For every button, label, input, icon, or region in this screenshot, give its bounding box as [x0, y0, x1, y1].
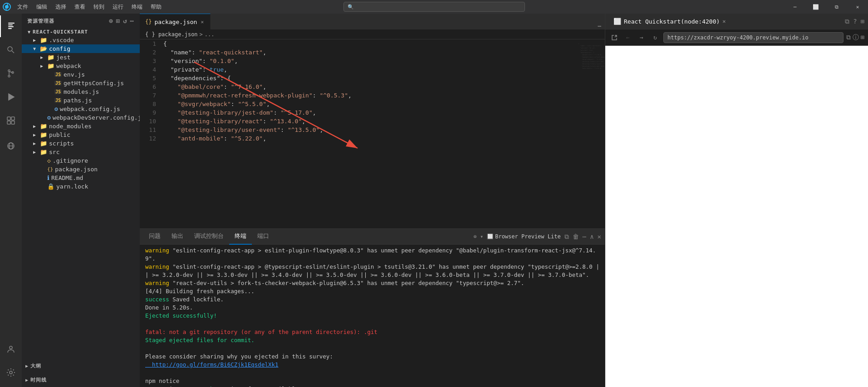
tree-item-modulesjs[interactable]: JS modules.js	[22, 87, 140, 96]
tab-icon-json: {}	[145, 19, 152, 25]
close-button[interactable]: ✕	[847, 0, 868, 14]
panel-tab-ports[interactable]: 端口	[252, 229, 275, 245]
new-file-button[interactable]: ⊕	[109, 17, 113, 24]
svg-marker-13	[9, 94, 14, 100]
browser-grid-button[interactable]: ⊞	[861, 18, 864, 25]
panel-maximize-button[interactable]: ∧	[590, 233, 593, 240]
menu-file[interactable]: 文件	[14, 2, 32, 12]
tree-item-vscode[interactable]: ▶ 📁 .vscode	[22, 36, 140, 44]
menu-view[interactable]: 查看	[71, 2, 89, 12]
tree-item-webpackconfigjs[interactable]: ⚙ webpack.config.js	[22, 105, 140, 113]
tree-item-public[interactable]: ▶ 📁 public	[22, 131, 140, 139]
activity-search[interactable]	[0, 39, 22, 61]
code-line-11: "@testing-library/user-event": "^13.5.0"…	[163, 126, 578, 134]
browser-preview-panel: ⬜ React Quickstart(node:4200) ✕ ⧉ ? ⊞ ← …	[605, 14, 868, 387]
breadcrumb-file: { } package.json	[145, 31, 198, 38]
activity-explorer[interactable]	[0, 15, 22, 37]
code-line-4: "private": true,	[163, 65, 578, 74]
browser-url-bar[interactable]: https://zxacdr-wzryoy-4200.preview.myide…	[663, 32, 843, 43]
tab-package-json[interactable]: {} package.json ✕	[140, 14, 211, 29]
tree-item-scripts[interactable]: ▶ 📁 scripts	[22, 139, 140, 148]
activity-source-control[interactable]	[0, 63, 22, 84]
browser-tab-icon: ⬜	[613, 18, 621, 25]
panel-tab-debug[interactable]: 调试控制台	[189, 229, 229, 245]
title-search-input[interactable]: react-quickstart	[357, 4, 521, 10]
maximize-button[interactable]: ⬜	[805, 0, 826, 14]
tree-item-yarnlock[interactable]: 🔒 yarn.lock	[22, 182, 140, 191]
activity-remote[interactable]	[0, 135, 22, 157]
code-lines[interactable]: { "name": "react-quickstart", "version":…	[162, 39, 578, 228]
refresh-button[interactable]: ↺	[123, 17, 127, 24]
tree-item-pathsjs[interactable]: JS paths.js	[22, 96, 140, 105]
editor-panel-column: {} package.json ✕ ⋯ { } package.json > .…	[140, 14, 605, 387]
panel-trash-button[interactable]: 🗑	[573, 233, 579, 240]
activity-settings[interactable]	[0, 362, 22, 383]
activity-bar	[0, 14, 22, 387]
browser-back[interactable]: ←	[623, 32, 633, 43]
menu-goto[interactable]: 转到	[90, 2, 108, 12]
browser-help-button[interactable]: ?	[853, 18, 857, 25]
browser-info[interactable]: ⓘ	[853, 34, 859, 42]
code-line-2: "name": "react-quickstart",	[163, 48, 578, 57]
split-button[interactable]: ⧉	[826, 0, 847, 14]
panel-tab-problems[interactable]: 问题	[143, 229, 166, 245]
new-folder-button[interactable]: ⊞	[116, 17, 120, 24]
panel-add-terminal[interactable]: ⊕ ▾	[474, 233, 484, 240]
browser-toolbar: ← → ↻ https://zxacdr-wzryoy-4200.preview…	[605, 29, 868, 46]
browser-split-view[interactable]: ⧉	[846, 34, 851, 42]
tab-label: package.json	[154, 19, 197, 25]
panel-split-button[interactable]: ⧉	[564, 233, 569, 241]
browser-split-button[interactable]: ⧉	[845, 18, 849, 25]
tree-item-config[interactable]: ▼ 📂 config	[22, 44, 140, 53]
sidebar-header: 资源管理器 ⊕ ⊞ ↺ ⋯	[22, 14, 140, 28]
terminal-line-fatal: fatal: not a git repository (or any of t…	[145, 328, 599, 336]
activity-extensions[interactable]	[0, 110, 22, 131]
menu-terminal[interactable]: 终端	[128, 2, 146, 12]
tree-item-webpack[interactable]: ▶ 📁 webpack	[22, 62, 140, 70]
browser-tab-close[interactable]: ✕	[722, 18, 726, 24]
tree-item-getHttpsConfigjs[interactable]: JS getHttpsConfig.js	[22, 79, 140, 87]
minimize-button[interactable]: ─	[785, 0, 805, 14]
panel-tab-terminal[interactable]: 终端	[229, 229, 252, 245]
panel-close-button[interactable]: ✕	[598, 233, 601, 240]
tree-item-jest[interactable]: ▶ 📁 jest	[22, 53, 140, 62]
tree-item-webpackDevServerconfigjs[interactable]: ⚙ webpackDevServer.config.js	[22, 113, 140, 122]
browser-tab-bar: ⬜ React Quickstart(node:4200) ✕ ⧉ ? ⊞	[605, 14, 868, 29]
svg-rect-16	[7, 121, 10, 124]
panel-tab-output[interactable]: 输出	[166, 229, 189, 245]
browser-grid[interactable]: ⊞	[861, 34, 864, 42]
browser-forward[interactable]: →	[636, 32, 647, 43]
menu-select[interactable]: 选择	[52, 2, 70, 12]
timeline-header[interactable]: ▶ 时间线	[22, 375, 140, 385]
code-line-12: "antd-mobile": "^5.22.0",	[163, 134, 578, 143]
tree-item-readmemd[interactable]: ℹ README.md	[22, 174, 140, 182]
terminal-line-link[interactable]: http://goo.gl/forms/Bi6CZjk1EqsdelXk1	[145, 361, 599, 369]
menu-bar: 文件 编辑 选择 查看 转到 运行 终端 帮助	[14, 2, 165, 12]
svg-point-9	[8, 75, 10, 77]
panel-more-button[interactable]: ⋯	[583, 233, 586, 240]
tree-item-node-modules[interactable]: ▶ 📁 node_modules	[22, 122, 140, 131]
activity-run-debug[interactable]	[0, 86, 22, 108]
panel-content[interactable]: warning "eslint-config-react-app > eslin…	[140, 245, 605, 387]
outline-header[interactable]: ▶ 大纲	[22, 361, 140, 371]
tree-item-envjs[interactable]: JS env.js	[22, 70, 140, 79]
outline-arrow: ▶	[25, 363, 29, 368]
collapse-all-button[interactable]: ⋯	[130, 17, 134, 24]
browser-external-link[interactable]	[609, 32, 620, 43]
code-line-7: "@pmmmwh/react-refresh-webpack-plugin": …	[163, 91, 578, 100]
tree-root[interactable]: ▼ REACT-QUICKSTART	[22, 28, 140, 36]
menu-help[interactable]: 帮助	[147, 2, 165, 12]
tab-close-button[interactable]: ✕	[200, 19, 205, 25]
tree-item-gitignore[interactable]: ◇ .gitignore	[22, 156, 140, 165]
tree-item-src[interactable]: ▶ 📁 src	[22, 148, 140, 156]
title-search[interactable]: 🔍 react-quickstart	[343, 2, 525, 12]
browser-tab-actions: ⧉ ? ⊞	[845, 18, 864, 25]
tab-more-button[interactable]: ⋯	[594, 23, 605, 29]
menu-edit[interactable]: 编辑	[33, 2, 51, 12]
tree-item-packagejson[interactable]: {} package.json	[22, 165, 140, 174]
activity-accounts[interactable]	[0, 338, 22, 360]
code-line-8: "@svgr/webpack": "^5.5.0",	[163, 100, 578, 108]
menu-run[interactable]: 运行	[109, 2, 127, 12]
browser-refresh[interactable]: ↻	[650, 32, 661, 43]
svg-rect-5	[8, 28, 12, 29]
